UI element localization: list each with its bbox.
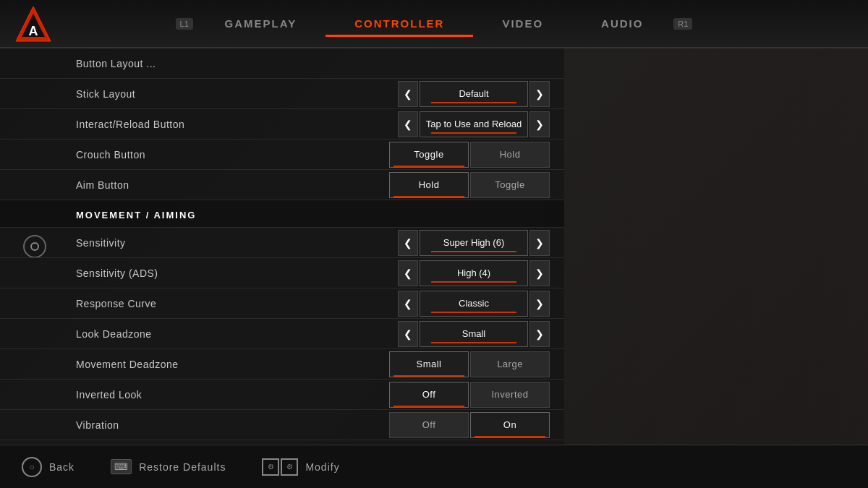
movement-deadzone-row: Movement Deadzone Small Large (0, 349, 564, 380)
movement-deadzone-large-btn[interactable]: Large (470, 351, 550, 377)
aim-button-row: Aim Button Hold Toggle (0, 170, 564, 200)
settings-list: Button Layout ... Stick Layout ❮ Default… (0, 48, 564, 440)
response-curve-control: ❮ Classic ❯ (398, 291, 550, 317)
interact-reload-value: Tap to Use and Reload (420, 111, 528, 137)
aim-button-label: Aim Button (76, 179, 389, 191)
vibration-group: Off On (389, 412, 550, 438)
button-layout-row: Button Layout ... (0, 48, 564, 79)
bumper-r: R1 (673, 18, 692, 30)
movement-deadzone-small-btn[interactable]: Small (389, 351, 469, 377)
modify-icons: ⚙ ⚙ (262, 458, 298, 476)
sensitivity-value: Super High (6) (420, 230, 528, 256)
aim-button-group: Hold Toggle (389, 172, 550, 198)
back-icon: ○ (22, 457, 42, 477)
modify-label: Modify (305, 461, 339, 473)
modify-action[interactable]: ⚙ ⚙ Modify (262, 458, 339, 476)
look-deadzone-control: ❮ Small ❯ (398, 321, 550, 347)
crouch-hold-btn[interactable]: Hold (470, 142, 550, 168)
crouch-button-label: Crouch Button (76, 149, 389, 160)
interact-reload-control: ❮ Tap to Use and Reload ❯ (398, 111, 550, 137)
sensitivity-next[interactable]: ❯ (529, 230, 550, 256)
vibration-label: Vibration (76, 419, 389, 431)
look-deadzone-prev[interactable]: ❮ (398, 321, 418, 347)
response-curve-prev[interactable]: ❮ (398, 291, 418, 317)
apex-logo: A (14, 5, 52, 43)
right-panel (564, 48, 868, 445)
sensitivity-label: Sensitivity (76, 237, 398, 249)
response-curve-value: Classic (420, 291, 528, 317)
interact-reload-next[interactable]: ❯ (529, 111, 550, 137)
response-curve-next[interactable]: ❯ (529, 291, 550, 317)
interact-reload-row: Interact/Reload Button ❮ Tap to Use and … (0, 109, 564, 140)
aim-toggle-btn[interactable]: Toggle (470, 172, 550, 198)
tab-controller[interactable]: CONTROLLER (326, 12, 473, 35)
response-curve-label: Response Curve (76, 298, 398, 309)
movement-deadzone-group: Small Large (389, 351, 550, 377)
settings-panel: Button Layout ... Stick Layout ❮ Default… (0, 48, 564, 445)
tab-audio[interactable]: AUDIO (572, 12, 672, 35)
back-label: Back (49, 461, 75, 473)
crouch-toggle-btn[interactable]: Toggle (389, 142, 469, 168)
stick-layout-label: Stick Layout (76, 88, 398, 100)
inverted-look-row: Inverted Look Off Inverted (0, 380, 564, 410)
sensitivity-ads-row: Sensitivity (ADS) ❮ High (4) ❯ (0, 258, 564, 288)
footer: ○ Back ⌨ Restore Defaults ⚙ ⚙ Modify (0, 445, 868, 488)
aim-hold-btn[interactable]: Hold (389, 172, 469, 198)
crouch-button-group: Toggle Hold (389, 142, 550, 168)
interact-reload-prev[interactable]: ❮ (398, 111, 418, 137)
vibration-off-btn[interactable]: Off (389, 412, 469, 438)
button-layout-label: Button Layout ... (76, 58, 550, 69)
sensitivity-ads-control: ❮ High (4) ❯ (398, 260, 550, 286)
movement-aiming-section: MOVEMENT / AIMING (0, 200, 564, 228)
sensitivity-ads-prev[interactable]: ❮ (398, 260, 418, 286)
sensitivity-prev[interactable]: ❮ (398, 230, 418, 256)
movement-deadzone-label: Movement Deadzone (76, 359, 389, 370)
look-deadzone-row: Look Deadzone ❮ Small ❯ (0, 319, 564, 349)
sensitivity-row: Sensitivity ❮ Super High (6) ❯ (0, 228, 564, 258)
stick-layout-control: ❮ Default ❯ (398, 81, 550, 107)
header: A L1 GAMEPLAY CONTROLLER VIDEO AUDIO R1 (0, 0, 868, 48)
stick-layout-next[interactable]: ❯ (529, 81, 550, 107)
sensitivity-ads-next[interactable]: ❯ (529, 260, 550, 286)
inverted-look-on-btn[interactable]: Inverted (470, 382, 550, 408)
back-action[interactable]: ○ Back (22, 457, 75, 477)
tab-video[interactable]: VIDEO (473, 12, 572, 35)
bumper-l: L1 (176, 18, 193, 30)
vibration-on-btn[interactable]: On (470, 412, 550, 438)
section-header: MOVEMENT / AIMING (76, 204, 550, 223)
sensitivity-ads-value: High (4) (420, 260, 528, 286)
response-curve-row: Response Curve ❮ Classic ❯ (0, 288, 564, 319)
crouch-button-row: Crouch Button Toggle Hold (0, 140, 564, 170)
stick-layout-row: Stick Layout ❮ Default ❯ (0, 79, 564, 109)
look-deadzone-label: Look Deadzone (76, 328, 398, 340)
interact-reload-label: Interact/Reload Button (76, 119, 398, 130)
main-content: Button Layout ... Stick Layout ❮ Default… (0, 48, 868, 445)
inverted-look-group: Off Inverted (389, 382, 550, 408)
tab-gameplay[interactable]: GAMEPLAY (196, 12, 326, 35)
inverted-look-off-btn[interactable]: Off (389, 382, 469, 408)
restore-icon: ⌨ (111, 459, 132, 474)
svg-text:A: A (29, 24, 38, 38)
sensitivity-control: ❮ Super High (6) ❯ (398, 230, 550, 256)
inverted-look-label: Inverted Look (76, 389, 389, 401)
restore-label: Restore Defaults (139, 461, 226, 473)
restore-action[interactable]: ⌨ Restore Defaults (111, 459, 226, 474)
vibration-row: Vibration Off On (0, 410, 564, 440)
look-deadzone-value: Small (420, 321, 528, 347)
sensitivity-ads-label: Sensitivity (ADS) (76, 267, 398, 279)
look-deadzone-next[interactable]: ❯ (529, 321, 550, 347)
stick-layout-value: Default (420, 81, 528, 107)
stick-layout-prev[interactable]: ❮ (398, 81, 418, 107)
nav-tabs: L1 GAMEPLAY CONTROLLER VIDEO AUDIO R1 (196, 12, 673, 35)
